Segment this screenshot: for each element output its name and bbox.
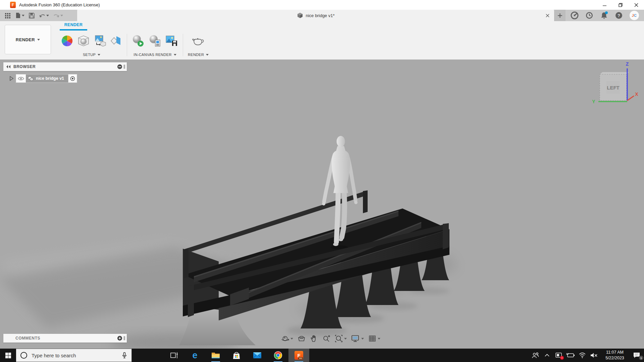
task-view-button[interactable] [164, 349, 184, 362]
render-caret-icon [206, 54, 209, 56]
in-canvas-render-button[interactable] [132, 35, 145, 47]
extensions-button[interactable] [571, 11, 579, 19]
workspace-label: RENDER [16, 37, 35, 42]
ribbon-separator [127, 34, 127, 56]
app-grid-button[interactable] [3, 11, 12, 20]
grid-caret-icon[interactable] [378, 338, 380, 340]
file-explorer-app-button[interactable] [205, 349, 226, 362]
document-cube-icon [297, 12, 303, 18]
orbit-caret-icon[interactable] [290, 338, 293, 340]
add-comment-icon[interactable] [117, 336, 122, 341]
component-item[interactable]: nice bridge v1 [26, 74, 68, 82]
taskbar-search[interactable]: Type here to search [16, 349, 132, 362]
ribbon-tab-underline [60, 29, 87, 31]
fusion-360-icon: F 360 [294, 351, 303, 360]
file-explorer-icon [211, 351, 220, 359]
look-at-tool[interactable] [298, 335, 306, 343]
taskbar-clock[interactable]: 11:07 AM 5/22/2023 [601, 350, 628, 361]
component-name: nice bridge v1 [36, 76, 64, 81]
store-app-button[interactable] [226, 349, 247, 362]
minimize-button[interactable] [597, 0, 612, 10]
visibility-toggle[interactable] [16, 74, 26, 82]
people-button[interactable] [531, 351, 540, 360]
expand-arrow-icon[interactable] [9, 76, 14, 81]
y-axis-label: Y [592, 99, 595, 104]
fusion-360-app-button[interactable]: F 360 [288, 349, 309, 362]
close-button[interactable] [628, 0, 644, 10]
capture-image-button[interactable] [165, 35, 178, 47]
fit-tool[interactable] [335, 335, 347, 343]
display-settings-tool[interactable] [351, 335, 364, 343]
help-button[interactable]: ? [615, 11, 623, 19]
alert-badge [560, 356, 564, 360]
speaker-mute-icon [590, 352, 598, 358]
action-center-button[interactable]: 1 [631, 351, 642, 360]
system-tray: 11:07 AM 5/22/2023 1 [531, 349, 644, 362]
zoom-tool[interactable] [322, 335, 330, 343]
orbit-icon [281, 335, 289, 343]
file-menu-caret-icon [22, 15, 24, 16]
edge-app-button[interactable]: e [184, 349, 205, 362]
show-hidden-icons-button[interactable] [543, 351, 551, 360]
tab-close-button[interactable] [544, 12, 551, 19]
clock-time: 11:07 AM [601, 350, 628, 355]
render-group-label[interactable]: RENDER [188, 50, 209, 59]
battery-tray-icon[interactable] [566, 351, 575, 360]
decal-button[interactable] [111, 35, 122, 47]
app-grid-icon [4, 12, 11, 19]
taskbar-apps: e [164, 349, 309, 362]
panel-grip[interactable] [124, 336, 125, 340]
security-alert-tray-icon[interactable] [554, 351, 563, 360]
tab-row: nice bridge v1* [0, 10, 644, 21]
texture-map-icon [94, 35, 107, 47]
svg-text:e: e [192, 351, 197, 360]
comments-panel[interactable]: COMMENTS [3, 334, 127, 343]
start-button[interactable] [0, 349, 16, 362]
user-initials: JC [632, 13, 637, 17]
notifications-button[interactable] [600, 11, 608, 19]
chrome-app-button[interactable] [268, 349, 288, 362]
activate-component-radio[interactable] [68, 74, 77, 82]
browser-panel-header[interactable]: BROWSER [3, 62, 127, 71]
microphone-icon[interactable] [122, 352, 127, 359]
new-tab-button[interactable] [554, 10, 566, 21]
appearance-button[interactable] [61, 35, 73, 47]
grid-layout-tool[interactable] [368, 335, 380, 343]
user-avatar[interactable]: JC [630, 11, 639, 20]
ribbon-group-render: RENDER [184, 31, 213, 59]
scene-settings-button[interactable] [77, 35, 90, 47]
save-button[interactable] [27, 11, 36, 20]
mail-app-button[interactable] [247, 349, 268, 362]
render-button[interactable] [192, 35, 205, 47]
undo-button[interactable] [38, 12, 50, 19]
volume-muted-tray-icon[interactable] [590, 351, 598, 360]
ribbon-tab-render[interactable]: RENDER [60, 22, 87, 27]
workspace-selector[interactable]: RENDER [5, 25, 51, 54]
redo-button[interactable] [52, 12, 64, 19]
display-settings-caret-icon[interactable] [361, 338, 364, 340]
file-menu-button[interactable] [14, 11, 26, 20]
panel-grip[interactable] [124, 65, 125, 69]
view-cube-face-label[interactable]: LEFT [607, 85, 620, 90]
in-canvas-render-group-label[interactable]: IN-CANVAS RENDER [133, 50, 176, 59]
pan-tool[interactable] [310, 335, 318, 343]
collapse-circle-icon[interactable] [117, 64, 122, 69]
viewport-3d-scene[interactable] [0, 60, 644, 349]
decal-icon [111, 35, 122, 47]
texture-map-button[interactable] [94, 35, 107, 47]
z-axis-label: Z [626, 61, 629, 67]
save-icon [29, 12, 35, 19]
orbit-tool[interactable] [281, 335, 293, 343]
viewport-3d[interactable]: BROWSER [0, 60, 644, 349]
document-tab[interactable]: nice bridge v1* [77, 10, 554, 21]
view-cube-top-face[interactable] [600, 72, 629, 74]
fit-caret-icon[interactable] [344, 338, 347, 340]
in-canvas-render-settings-button[interactable] [149, 35, 161, 47]
job-status-button[interactable] [585, 11, 593, 19]
restore-button[interactable] [612, 0, 628, 10]
view-cube[interactable]: LEFT Z Y X [585, 61, 642, 106]
teapot-icon [192, 35, 205, 47]
bridge-model[interactable] [179, 190, 449, 345]
wifi-tray-icon[interactable] [578, 351, 587, 360]
setup-group-label[interactable]: SETUP [83, 50, 100, 59]
